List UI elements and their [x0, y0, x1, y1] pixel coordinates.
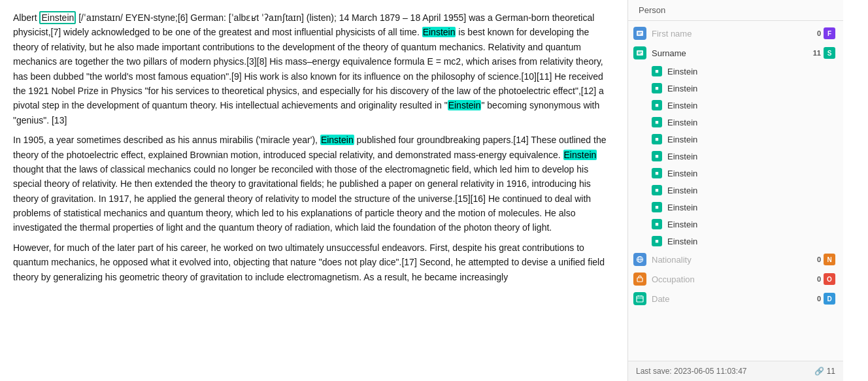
surname-sub-item-1[interactable]: ■ Einstein	[628, 63, 843, 80]
first-name-count: 0	[817, 29, 821, 37]
surname-type-badge: S	[824, 47, 835, 59]
last-save-label: Last save:	[636, 367, 672, 376]
main-content-area: Albert Einstein [/ˈaɪnstaɪn/ EYEN-styne;…	[0, 0, 627, 381]
link-count-area: 🔗 11	[814, 367, 835, 376]
svg-rect-3	[637, 50, 643, 56]
surname-sub-label-8: Einstein	[667, 186, 697, 195]
svg-rect-9	[637, 278, 643, 282]
surname-sub-label-2: Einstein	[667, 84, 697, 93]
surname-sub-label-5: Einstein	[667, 135, 697, 144]
surname-sub-icon-2: ■	[652, 83, 662, 93]
surname-sub-item-3[interactable]: ■ Einstein	[628, 97, 843, 114]
surname-sub-label-7: Einstein	[667, 169, 697, 178]
panel-body[interactable]: First name 0 F Surname 11 S ■ Einstein ■	[628, 21, 843, 361]
nationality-icon	[633, 253, 646, 266]
nationality-label: Nationality	[652, 255, 817, 265]
surname-sub-label-3: Einstein	[667, 101, 697, 110]
surname-label: Surname	[652, 48, 813, 58]
first-name-icon	[633, 27, 646, 40]
surname-sub-icon-5: ■	[652, 134, 662, 144]
highlight-einstein-4: Einstein	[320, 135, 354, 145]
svg-rect-10	[637, 296, 643, 302]
surname-sub-label-10: Einstein	[667, 220, 697, 229]
surname-sub-label-9: Einstein	[667, 203, 697, 212]
surname-sub-label-4: Einstein	[667, 118, 697, 127]
surname-sub-label-1: Einstein	[667, 67, 697, 76]
svg-rect-0	[637, 31, 643, 36]
surname-sub-icon-6: ■	[652, 151, 662, 161]
surname-icon	[633, 46, 646, 59]
surname-sub-label-11: Einstein	[667, 237, 697, 246]
occupation-icon	[633, 273, 646, 286]
surname-sub-item-11[interactable]: ■ Einstein	[628, 233, 843, 250]
highlight-einstein-2: Einstein	[422, 27, 456, 37]
date-type-badge: D	[824, 293, 835, 305]
first-name-label: First name	[652, 29, 817, 39]
occupation-type-badge: O	[824, 273, 835, 285]
property-row-date[interactable]: Date 0 D	[628, 289, 843, 308]
surname-sub-icon-7: ■	[652, 168, 662, 178]
nationality-type-badge: N	[824, 254, 835, 265]
paragraph-2: In 1905, a year sometimes described as h…	[13, 133, 614, 235]
property-row-first-name[interactable]: First name 0 F	[628, 24, 843, 43]
highlight-einstein-3: Einstein	[448, 100, 482, 110]
nationality-count: 0	[817, 256, 821, 263]
surname-sub-item-10[interactable]: ■ Einstein	[628, 216, 843, 233]
surname-sub-icon-9: ■	[652, 202, 662, 212]
paragraph-3: However, for much of the later part of h…	[13, 240, 614, 284]
link-icon: 🔗	[814, 367, 824, 376]
surname-sub-icon-10: ■	[652, 219, 662, 229]
surname-sub-item-8[interactable]: ■ Einstein	[628, 182, 843, 199]
right-panel: Person First name 0 F	[627, 0, 843, 381]
property-row-surname[interactable]: Surname 11 S	[628, 43, 843, 63]
panel-footer: Last save: 2023-06-05 11:03:47 🔗 11	[628, 361, 843, 381]
surname-sub-item-9[interactable]: ■ Einstein	[628, 199, 843, 216]
surname-sub-item-7[interactable]: ■ Einstein	[628, 165, 843, 182]
occupation-label: Occupation	[652, 274, 817, 284]
surname-sub-item-4[interactable]: ■ Einstein	[628, 114, 843, 131]
highlight-einstein-1: Einstein	[39, 11, 76, 24]
surname-sub-icon-8: ■	[652, 185, 662, 195]
surname-sub-icon-4: ■	[652, 117, 662, 127]
surname-sub-icon-3: ■	[652, 100, 662, 110]
property-row-nationality[interactable]: Nationality 0 N	[628, 250, 843, 269]
date-label: Date	[652, 294, 817, 304]
surname-sub-item-2[interactable]: ■ Einstein	[628, 80, 843, 97]
highlight-einstein-5: Einstein	[563, 150, 597, 160]
link-count-value: 11	[827, 367, 835, 376]
first-name-type-badge: F	[824, 27, 835, 39]
occupation-count: 0	[817, 275, 821, 283]
last-save-time: 2023-06-05 11:03:47	[674, 367, 746, 376]
paragraph-1: Albert Einstein [/ˈaɪnstaɪn/ EYEN-styne;…	[13, 10, 614, 127]
surname-sub-icon-11: ■	[652, 236, 662, 246]
surname-sub-item-6[interactable]: ■ Einstein	[628, 148, 843, 165]
surname-count: 11	[813, 49, 821, 57]
date-count: 0	[817, 295, 821, 303]
date-icon	[633, 292, 646, 305]
last-save-info: Last save: 2023-06-05 11:03:47	[636, 367, 746, 376]
panel-header: Person	[628, 0, 843, 21]
surname-sub-icon-1: ■	[652, 66, 662, 76]
surname-sub-item-5[interactable]: ■ Einstein	[628, 131, 843, 148]
surname-sub-label-6: Einstein	[667, 152, 697, 161]
property-row-occupation[interactable]: Occupation 0 O	[628, 269, 843, 289]
